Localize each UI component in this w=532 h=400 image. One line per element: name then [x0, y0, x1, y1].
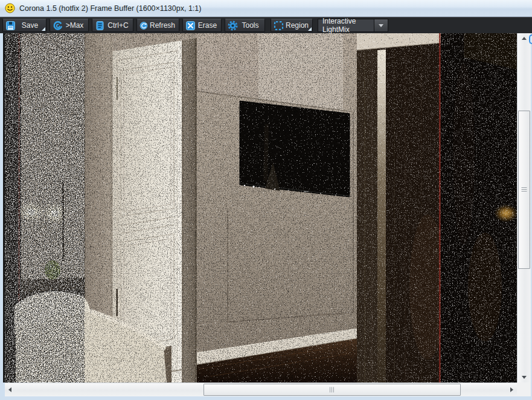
render-noise — [5, 33, 517, 382]
render-mode-value[interactable]: Interactive LightMix — [318, 19, 374, 32]
erase-label: Erase — [196, 21, 219, 30]
region-label: Region — [284, 21, 310, 30]
scroll-left-button[interactable] — [5, 383, 15, 396]
edge-blue-fragment — [529, 34, 532, 44]
thumb-grip — [330, 387, 335, 393]
tools-label: Tools — [239, 21, 262, 30]
copy-label: Ctrl+C — [106, 21, 130, 30]
render-viewport[interactable] — [3, 33, 517, 382]
horizontal-scrollbar-thumb[interactable] — [204, 384, 461, 396]
copy-document-icon — [94, 20, 106, 31]
save-dropdown-corner — [42, 27, 45, 31]
max-label: >Max — [63, 21, 86, 30]
region-marquee-icon — [273, 20, 284, 31]
gear-icon — [227, 20, 239, 31]
scrollbar-corner — [517, 382, 531, 396]
max-button[interactable]: >Max — [50, 19, 89, 32]
arrow-left-icon — [8, 387, 11, 392]
erase-x-icon — [185, 20, 196, 31]
save-label: Save — [16, 21, 43, 30]
refresh-button[interactable]: Refresh — [136, 19, 179, 32]
titlebar[interactable]: Corona 1.5 (hotfix 2) Frame Buffer (1600… — [0, 0, 532, 17]
copy-button[interactable]: Ctrl+C — [92, 19, 133, 32]
arrow-down-icon — [522, 376, 527, 379]
window-title: Corona 1.5 (hotfix 2) Frame Buffer (1600… — [19, 4, 201, 13]
smiley-face-icon[interactable] — [5, 3, 15, 13]
scroll-right-button[interactable] — [507, 383, 517, 396]
toolbar: Save >Max Ctrl+C Re — [0, 17, 532, 33]
render-mode-dropdown[interactable]: Interactive LightMix — [318, 19, 388, 32]
corona-swirl-icon — [52, 20, 63, 31]
region-button[interactable]: Region — [271, 19, 313, 32]
erase-button[interactable]: Erase — [182, 19, 222, 32]
save-button[interactable]: Save — [2, 19, 46, 32]
corona-frame-buffer-window: Corona 1.5 (hotfix 2) Frame Buffer (1600… — [0, 0, 532, 400]
refresh-label: Refresh — [149, 21, 176, 30]
vertical-scrollbar-thumb[interactable] — [518, 111, 530, 269]
arrow-up-icon — [522, 37, 527, 40]
vertical-scrollbar[interactable] — [517, 33, 531, 382]
tools-button[interactable]: Tools — [225, 19, 265, 32]
chevron-down-icon[interactable] — [374, 19, 388, 32]
scroll-down-button[interactable] — [518, 372, 531, 382]
horizontal-scrollbar[interactable] — [5, 382, 517, 396]
thumb-grip — [522, 187, 527, 192]
region-dropdown-corner — [308, 27, 312, 31]
refresh-circular-arrow-icon — [139, 20, 149, 31]
arrow-right-icon — [510, 387, 513, 392]
floppy-save-icon — [5, 20, 16, 31]
render-image — [5, 33, 517, 382]
